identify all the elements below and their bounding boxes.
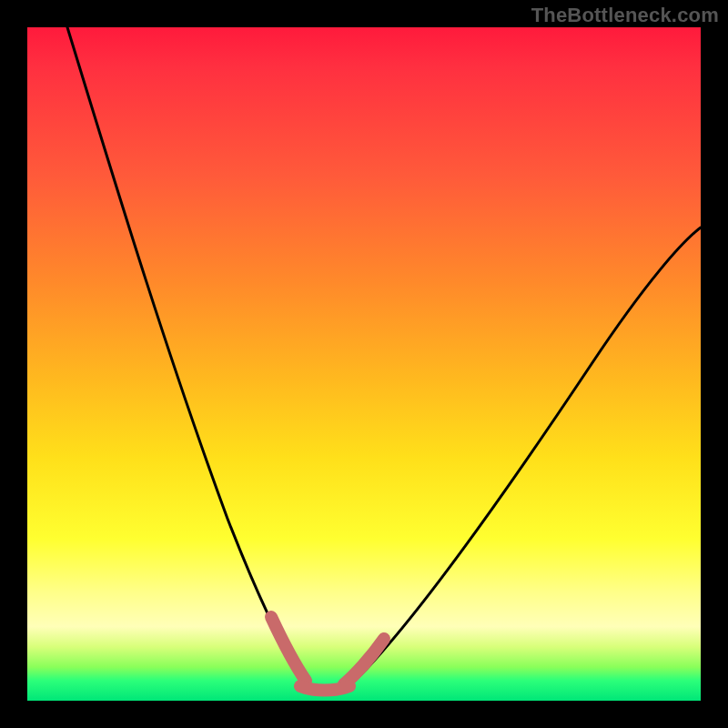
- watermark-label: TheBottleneck.com: [531, 4, 719, 27]
- curve-left: [67, 27, 300, 675]
- highlight-floor: [300, 686, 349, 691]
- chart-plot-area: [27, 27, 701, 701]
- chart-frame: TheBottleneck.com: [0, 0, 728, 728]
- chart-curves: [27, 27, 701, 701]
- highlight-right: [344, 639, 384, 684]
- highlight-left: [271, 617, 306, 681]
- curve-right: [355, 228, 701, 681]
